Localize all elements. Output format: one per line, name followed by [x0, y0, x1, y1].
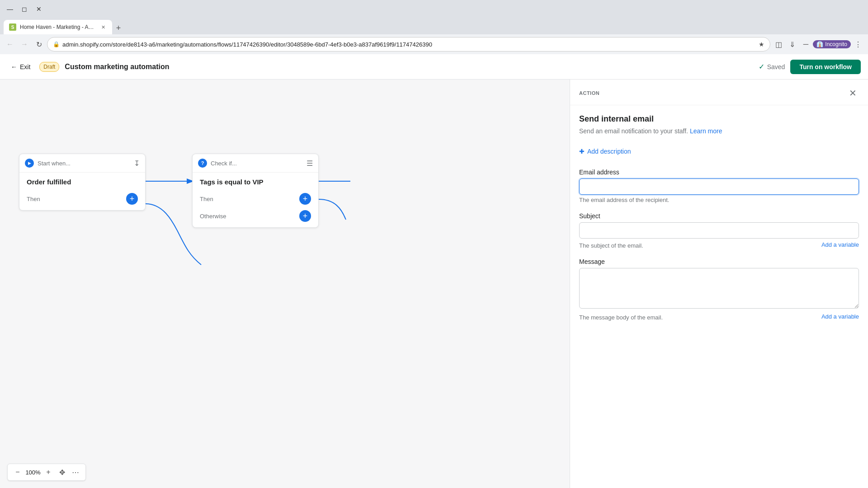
zoom-level: 100% — [25, 469, 41, 476]
subject-add-variable-link[interactable]: Add a variable — [821, 241, 859, 248]
learn-more-link[interactable]: Learn more — [690, 127, 722, 135]
browser-toolbar-right: ◫ ⇓ ─ 👔 Incognito ⋮ — [772, 38, 864, 51]
add-description-icon: ✚ — [579, 148, 585, 155]
tab-favicon: S — [9, 23, 16, 31]
start-node-download-icon[interactable]: ↧ — [134, 159, 140, 168]
action-panel: ACTION ✕ Send internal email Send an ema… — [570, 80, 868, 488]
check-node-then-add-button[interactable]: + — [299, 193, 311, 205]
subject-input[interactable] — [579, 222, 859, 239]
start-node-header-left: ▶ Start when... — [25, 159, 71, 168]
saved-status: ✓ Saved — [759, 62, 785, 71]
reload-button[interactable]: ↻ — [33, 38, 45, 51]
incognito-label: Incognito — [825, 41, 847, 47]
minimize-button[interactable]: — — [4, 3, 16, 15]
tab-title: Home Haven - Marketing - Auto... — [20, 24, 96, 30]
subject-field: Subject The subject of the email. Add a … — [579, 212, 859, 249]
start-node-then-label: Then — [27, 196, 40, 202]
exit-button[interactable]: ← Exit — [7, 61, 34, 73]
forward-button[interactable]: → — [18, 38, 31, 51]
new-tab-button[interactable]: + — [112, 22, 125, 34]
panel-description: Send an email notification to your staff… — [579, 127, 859, 136]
check-node-then-label: Then — [200, 196, 213, 202]
tab-close-button[interactable]: ✕ — [99, 23, 107, 31]
menu-button[interactable]: ⋮ — [852, 38, 864, 51]
exit-arrow-icon: ← — [11, 63, 17, 70]
start-node-body: Order fulfilled — [19, 173, 145, 193]
more-options-button[interactable]: ⋯ — [69, 466, 82, 479]
saved-check-icon: ✓ — [759, 62, 764, 71]
message-field: Message The message body of the email. A… — [579, 258, 859, 321]
workflow-canvas-area[interactable]: ▶ Start when... ↧ Order fulfilled Then +… — [0, 80, 570, 488]
close-window-button[interactable]: ✕ — [33, 3, 45, 15]
check-icon: ? — [198, 159, 207, 168]
extensions-button[interactable]: ◫ — [772, 38, 785, 51]
panel-header: ACTION ✕ — [570, 80, 868, 105]
app-header: ← Exit Draft Custom marketing automation… — [0, 54, 868, 80]
start-node-add-button[interactable]: + — [126, 193, 138, 205]
check-node-footer: Then + — [193, 193, 318, 210]
start-node-header: ▶ Start when... ↧ — [19, 154, 145, 173]
incognito-badge: 👔 Incognito — [813, 40, 851, 48]
email-address-field: Email address The email address of the r… — [579, 169, 859, 203]
turn-on-workflow-button[interactable]: Turn on workflow — [790, 60, 861, 74]
back-button[interactable]: ← — [4, 38, 16, 51]
panel-title: Send internal email — [579, 114, 859, 124]
email-address-label: Email address — [579, 169, 859, 176]
start-node-trigger: Order fulfilled — [27, 178, 71, 186]
email-address-hint: The email address of the recipient. — [579, 197, 859, 203]
otherwise-label: Otherwise — [200, 213, 226, 220]
play-icon: ▶ — [25, 159, 34, 168]
main-content: ▶ Start when... ↧ Order fulfilled Then +… — [0, 80, 868, 488]
zoom-in-button[interactable]: + — [42, 466, 55, 479]
browser-titlebar: — ◻ ✕ — [0, 0, 868, 18]
maximize-button[interactable]: ◻ — [18, 3, 31, 15]
window-controls: — ◻ ✕ — [4, 3, 45, 15]
draft-badge: Draft — [39, 62, 59, 72]
panel-section-label: ACTION — [579, 90, 599, 96]
url-text: admin.shopify.com/store/de8143-a6/market… — [62, 41, 756, 48]
check-node[interactable]: ? Check if... ☰ Tags is equal to VIP The… — [192, 154, 319, 228]
start-node-footer: Then + — [19, 193, 145, 210]
message-hint: The message body of the email. — [579, 314, 663, 321]
start-node-label: Start when... — [38, 160, 71, 167]
check-node-body: Tags is equal to VIP — [193, 173, 318, 193]
exit-label: Exit — [20, 63, 30, 70]
profile-button[interactable]: ─ — [799, 38, 812, 51]
panel-description-text: Send an email notification to your staff… — [579, 127, 688, 135]
browser-chrome: — ◻ ✕ S Home Haven - Marketing - Auto...… — [0, 0, 868, 54]
lock-icon: 🔒 — [53, 41, 60, 47]
check-node-otherwise: Otherwise + — [193, 210, 318, 227]
address-bar-row: ← → ↻ 🔒 admin.shopify.com/store/de8143-a… — [0, 34, 868, 54]
panel-close-button[interactable]: ✕ — [846, 87, 859, 99]
message-textarea[interactable] — [579, 268, 859, 309]
start-node[interactable]: ▶ Start when... ↧ Order fulfilled Then + — [19, 154, 146, 211]
add-description-label: Add description — [587, 148, 631, 155]
zoom-controls: − 100% + ✥ ⋯ — [7, 464, 86, 481]
message-label: Message — [579, 258, 859, 265]
add-description-button[interactable]: ✚ Add description — [579, 145, 631, 158]
check-node-label: Check if... — [211, 160, 237, 167]
zoom-out-button[interactable]: − — [11, 466, 24, 479]
check-node-download-icon[interactable]: ☰ — [307, 159, 313, 168]
panel-content: Send internal email Send an email notifi… — [570, 105, 868, 488]
subject-hint-row: The subject of the email. Add a variable — [579, 240, 859, 249]
fit-to-screen-button[interactable]: ✥ — [56, 466, 68, 479]
page-title: Custom marketing automation — [65, 63, 753, 71]
check-node-header-left: ? Check if... — [198, 159, 237, 168]
incognito-icon: 👔 — [816, 41, 823, 47]
check-node-condition: Tags is equal to VIP — [200, 178, 264, 186]
check-node-otherwise-add-button[interactable]: + — [299, 210, 311, 222]
subject-hint: The subject of the email. — [579, 242, 643, 249]
connector-svg — [0, 80, 570, 488]
subject-label: Subject — [579, 212, 859, 220]
active-tab[interactable]: S Home Haven - Marketing - Auto... ✕ — [4, 20, 112, 34]
tab-bar: S Home Haven - Marketing - Auto... ✕ + — [0, 18, 868, 34]
address-bar[interactable]: 🔒 admin.shopify.com/store/de8143-a6/mark… — [47, 37, 770, 52]
bookmark-icon: ★ — [759, 41, 764, 48]
saved-label: Saved — [767, 63, 785, 70]
check-node-header: ? Check if... ☰ — [193, 154, 318, 173]
download-button[interactable]: ⇓ — [786, 38, 798, 51]
message-hint-row: The message body of the email. Add a var… — [579, 312, 859, 321]
email-address-input[interactable] — [579, 178, 859, 195]
message-add-variable-link[interactable]: Add a variable — [821, 313, 859, 320]
